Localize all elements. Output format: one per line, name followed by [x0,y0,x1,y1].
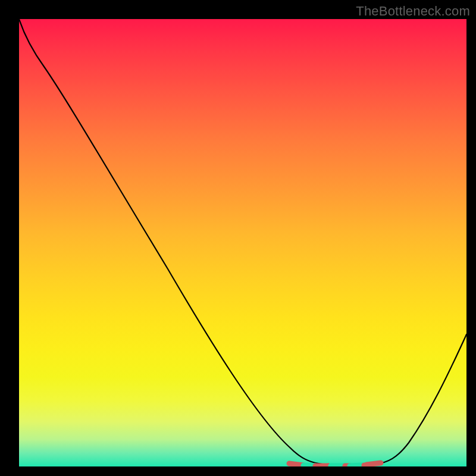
flat-region [289,463,381,467]
watermark-text: TheBottleneck.com [356,4,470,19]
curve-svg [19,19,466,466]
flat-seg-green-3 [350,465,362,466]
flat-seg-red-4 [367,463,381,465]
chart-frame: TheBottleneck.com [0,0,476,476]
plot-area [19,19,466,466]
bottleneck-curve [19,19,466,465]
